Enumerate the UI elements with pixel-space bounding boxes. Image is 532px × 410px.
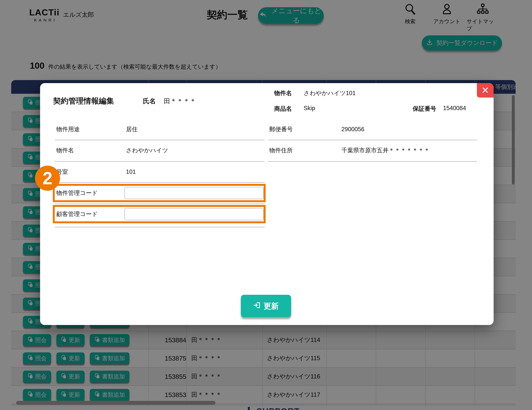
field-property-usage: 物件用途 居住 bbox=[56, 125, 267, 133]
field-label: 物件名 bbox=[56, 146, 126, 154]
guarantee-number-label: 保証番号 bbox=[413, 105, 436, 113]
divider bbox=[55, 182, 265, 183]
guarantee-number-value: 1540084 bbox=[443, 105, 466, 112]
divider bbox=[268, 140, 477, 140]
modal-close-button[interactable] bbox=[477, 83, 494, 98]
property-code-label: 物件管理コード bbox=[56, 189, 124, 197]
divider bbox=[268, 161, 477, 162]
close-icon bbox=[481, 86, 489, 95]
property-name-label: 物件名 bbox=[274, 89, 292, 97]
customer-name-value: 田＊＊＊＊ bbox=[164, 97, 196, 106]
field-label: 郵便番号 bbox=[269, 125, 342, 133]
divider bbox=[55, 227, 265, 227]
field-label: 号室 bbox=[56, 168, 126, 176]
field-postal-code: 郵便番号 2900056 bbox=[269, 125, 494, 133]
field-value: さわやかハイツ bbox=[126, 146, 168, 154]
enter-icon bbox=[253, 302, 261, 311]
update-button[interactable]: 更新 bbox=[241, 295, 291, 317]
divider bbox=[55, 140, 265, 140]
update-button-label: 更新 bbox=[264, 301, 279, 311]
step-2-badge: 2 bbox=[35, 166, 60, 191]
product-name-label: 商品名 bbox=[274, 105, 292, 113]
field-value: 千葉県市原市五井＊＊＊＊＊＊＊ bbox=[342, 146, 430, 154]
property-name-value: さわやかハイツ101 bbox=[304, 89, 356, 97]
field-label: 物件住所 bbox=[269, 146, 342, 154]
customer-code-input[interactable] bbox=[124, 208, 264, 220]
field-label: 物件用途 bbox=[56, 125, 126, 133]
customer-name-label: 氏名 bbox=[143, 97, 156, 106]
customer-code-highlight: 顧客管理コード bbox=[53, 205, 266, 223]
page: LACTii KANRI エルズ太郎 契約一覧 メニューにもどる 検索 アカウン… bbox=[0, 0, 532, 410]
field-property-address: 物件住所 千葉県市原市五井＊＊＊＊＊＊＊ bbox=[269, 146, 494, 154]
field-value: 2900056 bbox=[342, 126, 364, 133]
divider bbox=[55, 204, 265, 204]
field-value: 101 bbox=[126, 168, 136, 175]
product-name-value: Skip bbox=[304, 105, 315, 112]
divider bbox=[55, 161, 265, 162]
field-value: 居住 bbox=[126, 125, 138, 133]
contract-edit-modal: 契約管理情報編集 氏名 田＊＊＊＊ 物件名 さわやかハイツ101 商品名 Ski… bbox=[40, 83, 494, 325]
property-code-highlight: 物件管理コード bbox=[53, 184, 266, 202]
property-code-input[interactable] bbox=[124, 187, 264, 199]
modal-title: 契約管理情報編集 bbox=[53, 96, 114, 106]
field-room-number: 号室 101 bbox=[56, 168, 267, 176]
field-property-name: 物件名 さわやかハイツ bbox=[56, 146, 267, 154]
customer-code-label: 顧客管理コード bbox=[56, 210, 124, 218]
